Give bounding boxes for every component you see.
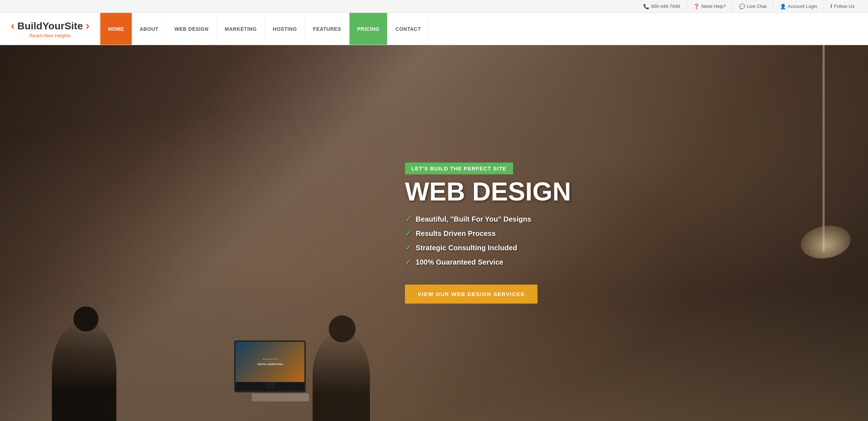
hero-feature-2: ✓ Results Driven Process [405,229,839,238]
nav-pricing[interactable]: PRICING [349,13,388,45]
chat-icon: 💬 [739,4,745,9]
help-item[interactable]: ❓ Need Help? [686,0,732,13]
hero-tag: LET'S BUILD THE PERFECT SITE [405,163,513,174]
check-icon-2: ✓ [405,229,411,238]
nav-home[interactable]: HOME [100,13,132,45]
livechat-label: Live Chat [747,4,767,9]
logo-bracket-right: › [86,19,90,32]
nav-features[interactable]: FEATURES [305,13,349,45]
hero-features-list: ✓ Beautiful, "Built For You" Designs ✓ R… [405,214,839,272]
phone-icon: 📞 [643,4,649,9]
nav-contact[interactable]: CONTACT [387,13,429,45]
nav-marketing[interactable]: MARKETING [217,13,265,45]
help-label: Need Help? [701,4,726,9]
hero-feature-4: ✓ 100% Guaranteed Service [405,257,839,267]
check-icon-4: ✓ [405,257,411,267]
help-icon: ❓ [693,4,699,9]
nav-web-design[interactable]: WEB DESIGN [167,13,217,45]
check-icon-3: ✓ [405,243,411,252]
logo-bracket-left: ‹ [11,19,15,32]
account-icon: 👤 [780,4,786,9]
logo-area[interactable]: ‹ BuildYourSite › Reach New Heights [0,13,100,45]
main-nav: HOME ABOUT WEB DESIGN MARKETING HOSTING … [100,13,868,45]
facebook-icon: f [830,4,832,9]
hero-cta-button[interactable]: VIEW OUR WEB DESIGN SERVICES [405,285,537,304]
hero-section: ‹BuildYourSite› DIGITAL MARKETING LET'S … [0,45,868,421]
phone-number: 800-446-7846 [651,4,680,9]
hero-feature-1: ✓ Beautiful, "Built For You" Designs [405,214,839,224]
logo-name: BuildYourSite [17,20,83,32]
follow-label: Follow Us [834,4,854,9]
account-item[interactable]: 👤 Account Login [773,0,824,13]
hero-left-overlay [0,45,417,421]
hero-content: LET'S BUILD THE PERFECT SITE WEB DESIGN … [391,45,868,421]
account-label: Account Login [788,4,817,9]
hero-feature-3: ✓ Strategic Consulting Included [405,243,839,252]
logo-tagline: Reach New Heights [11,33,90,38]
livechat-item[interactable]: 💬 Live Chat [732,0,773,13]
phone-item[interactable]: 📞 800-446-7846 [637,0,686,13]
hero-title: WEB DESIGN [405,179,839,204]
follow-item[interactable]: f Follow Us [824,0,861,13]
nav-hosting[interactable]: HOSTING [265,13,305,45]
logo-text: ‹ BuildYourSite › [11,19,90,32]
check-icon-1: ✓ [405,214,411,224]
top-bar: 📞 800-446-7846 ❓ Need Help? 💬 Live Chat … [0,0,868,13]
header: ‹ BuildYourSite › Reach New Heights HOME… [0,13,868,45]
nav-about[interactable]: ABOUT [132,13,167,45]
